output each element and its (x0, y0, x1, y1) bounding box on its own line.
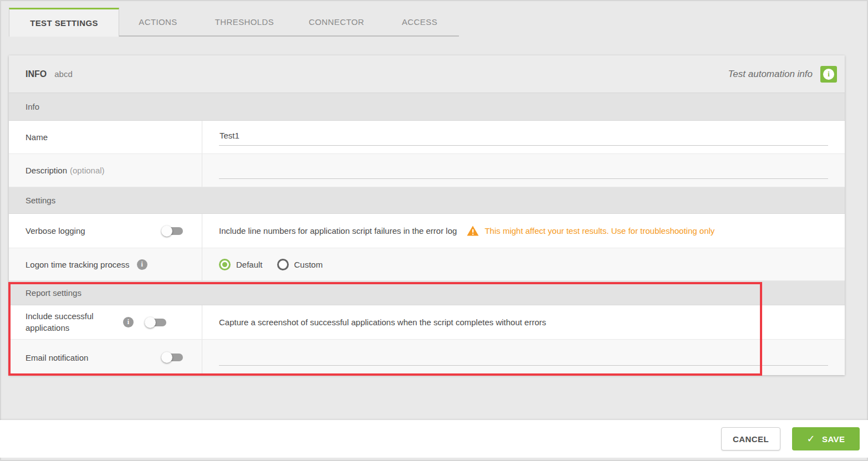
verbose-logging-description: Include line numbers for application scr… (219, 226, 457, 235)
info-badge-button[interactable]: i (820, 66, 837, 83)
verbose-logging-toggle[interactable] (163, 227, 183, 235)
include-successful-description: Capture a screenshot of successful appli… (219, 317, 546, 327)
tab-bar: TEST SETTINGS ACTIONS THRESHOLDS CONNECT… (9, 8, 459, 37)
description-input[interactable] (219, 162, 828, 179)
include-successful-label: Include successful applications (25, 311, 123, 334)
warning-icon (467, 226, 479, 236)
save-button-label: SAVE (822, 434, 845, 444)
email-notification-toggle[interactable] (163, 354, 183, 361)
section-label: Settings (25, 196, 55, 205)
name-row: Name (9, 121, 845, 154)
logon-tracking-row: Logon time tracking process i Default Cu… (9, 248, 845, 281)
verbose-logging-row: Verbose logging Include line numbers for… (9, 214, 845, 248)
radio-custom[interactable]: Custom (277, 259, 323, 270)
verbose-warning-text: This might affect your test results. Use… (484, 226, 714, 235)
footer-bar: CANCEL ✓ SAVE (0, 420, 868, 458)
radio-default-label: Default (236, 260, 263, 269)
check-icon: ✓ (807, 433, 815, 445)
tab-connector[interactable]: CONNECTOR (292, 8, 381, 35)
logon-tracking-label: Logon time tracking process (25, 260, 130, 269)
include-successful-row: Include successful applications i Captur… (9, 305, 845, 340)
radio-custom-circle (277, 259, 289, 270)
radio-default[interactable]: Default (219, 259, 263, 270)
cancel-button[interactable]: CANCEL (721, 427, 780, 450)
email-notification-row: Email notification (9, 340, 845, 375)
tab-test-settings[interactable]: TEST SETTINGS (9, 8, 119, 37)
panel-title: INFO (25, 69, 47, 79)
email-notification-input[interactable] (219, 349, 828, 366)
info-icon: i (823, 69, 834, 80)
radio-default-circle (219, 259, 231, 270)
section-header-info: Info (9, 93, 845, 121)
test-settings-panel: INFO abcd Test automation info i Info Na… (9, 55, 845, 375)
save-button[interactable]: ✓ SAVE (792, 427, 860, 450)
test-automation-info-label: Test automation info (728, 69, 813, 80)
description-label: Description (25, 166, 67, 175)
section-header-report-settings: Report settings (9, 281, 845, 305)
panel-header: INFO abcd Test automation info i (9, 55, 845, 93)
page-background: TEST SETTINGS ACTIONS THRESHOLDS CONNECT… (0, 0, 868, 461)
panel-subtitle: abcd (54, 69, 73, 79)
section-label: Info (25, 102, 39, 111)
logon-tracking-info-icon[interactable]: i (137, 259, 147, 270)
verbose-logging-label: Verbose logging (25, 226, 163, 235)
name-input[interactable] (219, 129, 828, 146)
email-notification-label: Email notification (25, 353, 163, 362)
description-optional-label: (optional) (70, 166, 105, 175)
description-row: Description (optional) (9, 154, 845, 187)
include-successful-toggle[interactable] (146, 319, 166, 326)
section-header-settings: Settings (9, 187, 845, 214)
tab-access[interactable]: ACCESS (381, 8, 458, 35)
radio-custom-label: Custom (294, 260, 323, 269)
section-label: Report settings (25, 288, 81, 298)
include-successful-info-icon[interactable]: i (123, 317, 134, 327)
tab-thresholds[interactable]: THRESHOLDS (197, 8, 292, 35)
tab-actions[interactable]: ACTIONS (119, 8, 197, 35)
name-label: Name (9, 121, 202, 153)
logon-process-radio-group: Default Custom (219, 259, 323, 270)
